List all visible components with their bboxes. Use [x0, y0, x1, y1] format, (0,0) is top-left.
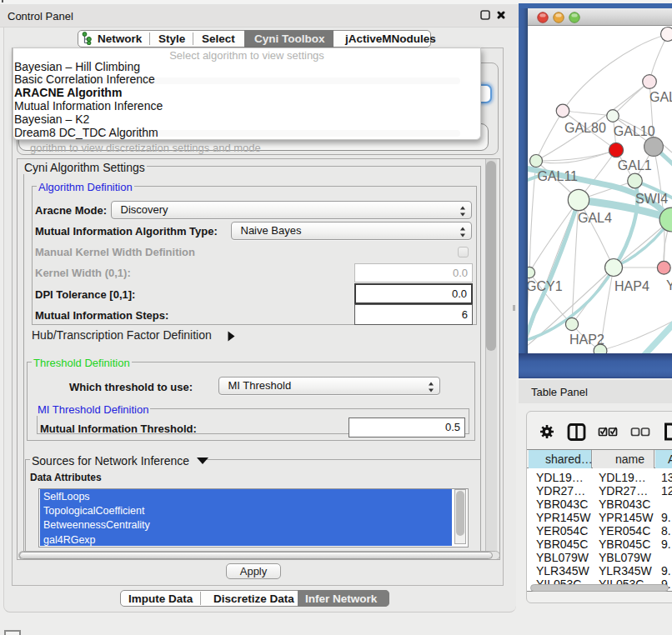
- svg-text:SWI4: SWI4: [635, 192, 668, 206]
- svg-text:GAL10: GAL10: [614, 124, 655, 138]
- svg-text:GAL1: GAL1: [618, 158, 652, 172]
- svg-text:GAL80: GAL80: [564, 121, 606, 135]
- svg-text:GAL11: GAL11: [537, 169, 578, 183]
- svg-text:YJ: YJ: [666, 278, 672, 292]
- svg-text:GAL4: GAL4: [578, 211, 612, 225]
- svg-text:HAP4: HAP4: [614, 279, 649, 293]
- svg-text:GCY1: GCY1: [528, 279, 563, 293]
- svg-text:GAL2: GAL2: [649, 90, 672, 104]
- svg-text:HAP2: HAP2: [569, 332, 604, 347]
